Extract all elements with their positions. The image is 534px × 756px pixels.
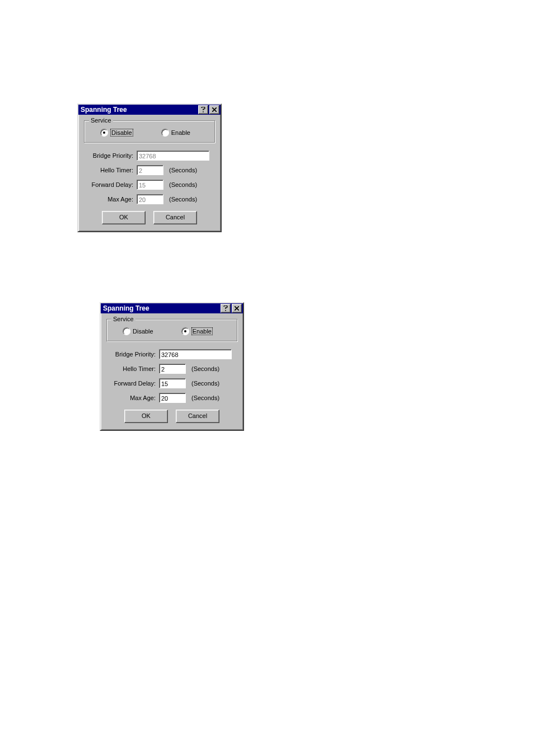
- radio-label: Disable: [111, 129, 132, 136]
- help-button[interactable]: [221, 304, 231, 313]
- hello-timer-suffix: (Seconds): [191, 365, 219, 372]
- radio-icon: [123, 327, 130, 335]
- form: Bridge Priority:32768Hello Timer:2(Secon…: [106, 349, 237, 403]
- radio-icon: [161, 129, 169, 137]
- bridge-priority-label: Bridge Priority:: [84, 152, 137, 159]
- max-age-row: Max Age:20(Seconds): [106, 393, 237, 403]
- forward-delay-input: 15: [137, 180, 163, 190]
- forward-delay-suffix: (Seconds): [169, 181, 197, 188]
- spanning-tree-dialog: Spanning TreeServiceDisableEnableBridge …: [100, 302, 244, 431]
- radio-label: Enable: [193, 328, 212, 335]
- question-icon: [201, 107, 205, 112]
- forward-delay-suffix: (Seconds): [191, 380, 219, 387]
- service-radio-disable[interactable]: Disable: [123, 327, 153, 335]
- close-icon: [235, 306, 239, 311]
- hello-timer-row: Hello Timer:2(Seconds): [106, 364, 237, 374]
- hello-timer-label: Hello Timer:: [106, 365, 159, 372]
- max-age-input: 20: [137, 194, 163, 204]
- help-button[interactable]: [198, 105, 208, 114]
- forward-delay-row: Forward Delay:15(Seconds): [84, 180, 215, 190]
- svg-rect-1: [225, 310, 226, 311]
- svg-rect-0: [203, 111, 204, 112]
- dialog-title: Spanning Tree: [103, 304, 219, 312]
- hello-timer-row: Hello Timer:2(Seconds): [84, 165, 215, 175]
- service-options: DisableEnable: [89, 129, 210, 137]
- max-age-label: Max Age:: [106, 395, 159, 401]
- spanning-tree-dialog: Spanning TreeServiceDisableEnableBridge …: [77, 104, 222, 232]
- service-group: ServiceDisableEnable: [84, 120, 215, 143]
- service-legend: Service: [111, 316, 135, 322]
- service-radio-enable[interactable]: Enable: [161, 129, 190, 137]
- service-radio-disable[interactable]: Disable: [100, 129, 133, 137]
- max-age-row: Max Age:20(Seconds): [84, 194, 215, 204]
- bridge-priority-label: Bridge Priority:: [106, 351, 159, 358]
- forward-delay-label: Forward Delay:: [106, 380, 159, 387]
- max-age-label: Max Age:: [84, 196, 137, 203]
- bridge-priority-input[interactable]: 32768: [159, 349, 232, 359]
- hello-timer-input[interactable]: 2: [159, 364, 186, 374]
- titlebar[interactable]: Spanning Tree: [101, 303, 243, 313]
- button-row: OKCancel: [84, 211, 215, 224]
- radio-icon: [100, 129, 108, 137]
- titlebar[interactable]: Spanning Tree: [78, 105, 221, 115]
- max-age-input[interactable]: 20: [159, 393, 186, 403]
- hello-timer-input: 2: [137, 165, 163, 175]
- forward-delay-row: Forward Delay:15(Seconds): [106, 378, 237, 388]
- cancel-button[interactable]: Cancel: [153, 211, 197, 224]
- close-button[interactable]: [209, 105, 219, 114]
- service-group: ServiceDisableEnable: [106, 319, 237, 341]
- service-legend: Service: [89, 117, 113, 124]
- max-age-suffix: (Seconds): [191, 395, 219, 401]
- radio-label: Enable: [171, 129, 190, 136]
- bridge-priority-input: 32768: [137, 151, 209, 161]
- question-icon: [223, 306, 228, 311]
- max-age-suffix: (Seconds): [169, 196, 197, 203]
- dialog-client: ServiceDisableEnableBridge Priority:3276…: [101, 313, 243, 430]
- service-radio-enable[interactable]: Enable: [181, 327, 213, 335]
- hello-timer-label: Hello Timer:: [84, 167, 137, 173]
- hello-timer-suffix: (Seconds): [169, 167, 197, 173]
- bridge-priority-row: Bridge Priority:32768: [84, 151, 215, 161]
- forward-delay-label: Forward Delay:: [84, 181, 137, 188]
- dialog-client: ServiceDisableEnableBridge Priority:3276…: [78, 115, 221, 231]
- close-button[interactable]: [232, 304, 242, 313]
- service-options: DisableEnable: [111, 327, 232, 335]
- ok-button[interactable]: OK: [124, 410, 168, 423]
- ok-button[interactable]: OK: [102, 211, 146, 224]
- cancel-button[interactable]: Cancel: [176, 410, 219, 423]
- forward-delay-input[interactable]: 15: [159, 378, 186, 388]
- form: Bridge Priority:32768Hello Timer:2(Secon…: [84, 151, 215, 204]
- radio-label: Disable: [133, 328, 153, 335]
- button-row: OKCancel: [106, 410, 237, 423]
- dialog-title: Spanning Tree: [81, 106, 197, 114]
- close-icon: [212, 107, 217, 112]
- radio-icon: [181, 327, 189, 335]
- bridge-priority-row: Bridge Priority:32768: [106, 349, 237, 359]
